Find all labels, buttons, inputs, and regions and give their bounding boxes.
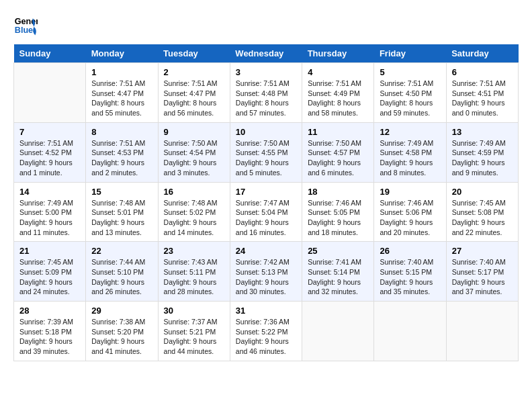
calendar-cell: 19Sunrise: 7:46 AM Sunset: 5:06 PM Dayli…: [374, 182, 446, 242]
calendar-cell: [302, 302, 374, 361]
day-number: 5: [380, 67, 440, 77]
calendar-cell: 3Sunrise: 7:51 AM Sunset: 4:48 PM Daylig…: [230, 63, 302, 123]
day-number: 27: [452, 246, 513, 256]
calendar-cell: 22Sunrise: 7:44 AM Sunset: 5:10 PM Dayli…: [86, 242, 158, 302]
day-info: Sunrise: 7:45 AM Sunset: 5:09 PM Dayligh…: [19, 257, 80, 297]
calendar-cell: 28Sunrise: 7:39 AM Sunset: 5:18 PM Dayli…: [14, 302, 86, 361]
calendar-cell: 29Sunrise: 7:38 AM Sunset: 5:20 PM Dayli…: [86, 302, 158, 361]
week-row-5: 28Sunrise: 7:39 AM Sunset: 5:18 PM Dayli…: [14, 302, 519, 361]
day-info: Sunrise: 7:42 AM Sunset: 5:13 PM Dayligh…: [236, 257, 296, 297]
day-number: 2: [164, 67, 224, 77]
day-number: 11: [308, 127, 368, 137]
day-info: Sunrise: 7:51 AM Sunset: 4:48 PM Dayligh…: [236, 79, 296, 118]
svg-text:Blue: Blue: [15, 26, 33, 35]
calendar-cell: 21Sunrise: 7:45 AM Sunset: 5:09 PM Dayli…: [14, 242, 86, 302]
calendar-cell: 18Sunrise: 7:46 AM Sunset: 5:05 PM Dayli…: [302, 182, 374, 242]
logo: General Blue: [13, 13, 38, 38]
calendar-cell: 23Sunrise: 7:43 AM Sunset: 5:11 PM Dayli…: [158, 242, 230, 302]
day-info: Sunrise: 7:40 AM Sunset: 5:17 PM Dayligh…: [452, 257, 513, 297]
calendar-cell: 4Sunrise: 7:51 AM Sunset: 4:49 PM Daylig…: [302, 63, 374, 123]
day-info: Sunrise: 7:49 AM Sunset: 4:59 PM Dayligh…: [452, 138, 513, 178]
day-header-saturday: Saturday: [446, 44, 518, 63]
day-header-wednesday: Wednesday: [230, 44, 302, 63]
calendar-cell: 12Sunrise: 7:49 AM Sunset: 4:58 PM Dayli…: [374, 122, 446, 182]
day-number: 17: [236, 187, 296, 197]
day-number: 13: [452, 127, 513, 137]
day-number: 10: [236, 127, 296, 137]
day-number: 25: [308, 246, 368, 256]
calendar-cell: 25Sunrise: 7:41 AM Sunset: 5:14 PM Dayli…: [302, 242, 374, 302]
day-number: 22: [91, 246, 152, 256]
day-info: Sunrise: 7:43 AM Sunset: 5:11 PM Dayligh…: [164, 257, 224, 297]
week-row-3: 14Sunrise: 7:49 AM Sunset: 5:00 PM Dayli…: [14, 182, 519, 242]
day-info: Sunrise: 7:48 AM Sunset: 5:02 PM Dayligh…: [164, 198, 224, 238]
day-number: 26: [380, 246, 440, 256]
calendar-cell: 20Sunrise: 7:45 AM Sunset: 5:08 PM Dayli…: [446, 182, 518, 242]
page-header: General Blue: [13, 13, 519, 38]
calendar-cell: [374, 302, 446, 361]
day-info: Sunrise: 7:49 AM Sunset: 5:00 PM Dayligh…: [19, 198, 80, 238]
day-number: 4: [308, 67, 368, 77]
day-number: 24: [236, 246, 296, 256]
day-number: 21: [19, 246, 80, 256]
logo-icon: General Blue: [13, 13, 38, 38]
calendar-cell: [446, 302, 518, 361]
day-info: Sunrise: 7:40 AM Sunset: 5:15 PM Dayligh…: [380, 257, 440, 297]
day-info: Sunrise: 7:51 AM Sunset: 4:47 PM Dayligh…: [91, 79, 152, 118]
calendar-table: SundayMondayTuesdayWednesdayThursdayFrid…: [13, 44, 519, 361]
day-info: Sunrise: 7:41 AM Sunset: 5:14 PM Dayligh…: [308, 257, 368, 297]
week-row-4: 21Sunrise: 7:45 AM Sunset: 5:09 PM Dayli…: [14, 242, 519, 302]
calendar-cell: 11Sunrise: 7:50 AM Sunset: 4:57 PM Dayli…: [302, 122, 374, 182]
day-number: 3: [236, 67, 296, 77]
day-number: 6: [452, 67, 513, 77]
calendar-cell: 24Sunrise: 7:42 AM Sunset: 5:13 PM Dayli…: [230, 242, 302, 302]
calendar-cell: 10Sunrise: 7:50 AM Sunset: 4:55 PM Dayli…: [230, 122, 302, 182]
calendar-cell: 8Sunrise: 7:51 AM Sunset: 4:53 PM Daylig…: [86, 122, 158, 182]
calendar-cell: 5Sunrise: 7:51 AM Sunset: 4:50 PM Daylig…: [374, 63, 446, 123]
day-info: Sunrise: 7:51 AM Sunset: 4:51 PM Dayligh…: [452, 79, 513, 118]
day-info: Sunrise: 7:51 AM Sunset: 4:47 PM Dayligh…: [164, 79, 224, 118]
day-number: 15: [91, 187, 152, 197]
day-number: 31: [236, 306, 296, 316]
calendar-cell: 17Sunrise: 7:47 AM Sunset: 5:04 PM Dayli…: [230, 182, 302, 242]
day-number: 1: [91, 67, 152, 77]
day-number: 20: [452, 187, 513, 197]
day-info: Sunrise: 7:37 AM Sunset: 5:21 PM Dayligh…: [164, 317, 224, 357]
week-row-1: 1Sunrise: 7:51 AM Sunset: 4:47 PM Daylig…: [14, 63, 519, 123]
week-row-2: 7Sunrise: 7:51 AM Sunset: 4:52 PM Daylig…: [14, 122, 519, 182]
calendar-cell: [14, 63, 86, 123]
day-header-monday: Monday: [86, 44, 158, 63]
day-info: Sunrise: 7:50 AM Sunset: 4:55 PM Dayligh…: [236, 138, 296, 178]
calendar-cell: 13Sunrise: 7:49 AM Sunset: 4:59 PM Dayli…: [446, 122, 518, 182]
day-info: Sunrise: 7:50 AM Sunset: 4:57 PM Dayligh…: [308, 138, 368, 178]
day-header-friday: Friday: [374, 44, 446, 63]
day-info: Sunrise: 7:47 AM Sunset: 5:04 PM Dayligh…: [236, 198, 296, 238]
day-info: Sunrise: 7:48 AM Sunset: 5:01 PM Dayligh…: [91, 198, 152, 238]
day-number: 14: [19, 187, 80, 197]
day-number: 8: [91, 127, 152, 137]
day-info: Sunrise: 7:38 AM Sunset: 5:20 PM Dayligh…: [91, 317, 152, 357]
calendar-cell: 2Sunrise: 7:51 AM Sunset: 4:47 PM Daylig…: [158, 63, 230, 123]
day-header-thursday: Thursday: [302, 44, 374, 63]
calendar-cell: 7Sunrise: 7:51 AM Sunset: 4:52 PM Daylig…: [14, 122, 86, 182]
day-info: Sunrise: 7:44 AM Sunset: 5:10 PM Dayligh…: [91, 257, 152, 297]
calendar-cell: 6Sunrise: 7:51 AM Sunset: 4:51 PM Daylig…: [446, 63, 518, 123]
day-info: Sunrise: 7:51 AM Sunset: 4:49 PM Dayligh…: [308, 79, 368, 118]
calendar-cell: 30Sunrise: 7:37 AM Sunset: 5:21 PM Dayli…: [158, 302, 230, 361]
day-number: 12: [380, 127, 440, 137]
day-number: 9: [164, 127, 224, 137]
day-info: Sunrise: 7:50 AM Sunset: 4:54 PM Dayligh…: [164, 138, 224, 178]
day-number: 28: [19, 306, 80, 316]
day-info: Sunrise: 7:45 AM Sunset: 5:08 PM Dayligh…: [452, 198, 513, 238]
day-number: 19: [380, 187, 440, 197]
calendar-cell: 31Sunrise: 7:36 AM Sunset: 5:22 PM Dayli…: [230, 302, 302, 361]
day-info: Sunrise: 7:51 AM Sunset: 4:52 PM Dayligh…: [19, 138, 80, 178]
day-info: Sunrise: 7:46 AM Sunset: 5:06 PM Dayligh…: [380, 198, 440, 238]
day-info: Sunrise: 7:49 AM Sunset: 4:58 PM Dayligh…: [380, 138, 440, 178]
day-info: Sunrise: 7:51 AM Sunset: 4:50 PM Dayligh…: [380, 79, 440, 118]
calendar-cell: 9Sunrise: 7:50 AM Sunset: 4:54 PM Daylig…: [158, 122, 230, 182]
day-number: 29: [91, 306, 152, 316]
day-info: Sunrise: 7:39 AM Sunset: 5:18 PM Dayligh…: [19, 317, 80, 357]
day-number: 7: [19, 127, 80, 137]
calendar-header: SundayMondayTuesdayWednesdayThursdayFrid…: [14, 44, 519, 63]
